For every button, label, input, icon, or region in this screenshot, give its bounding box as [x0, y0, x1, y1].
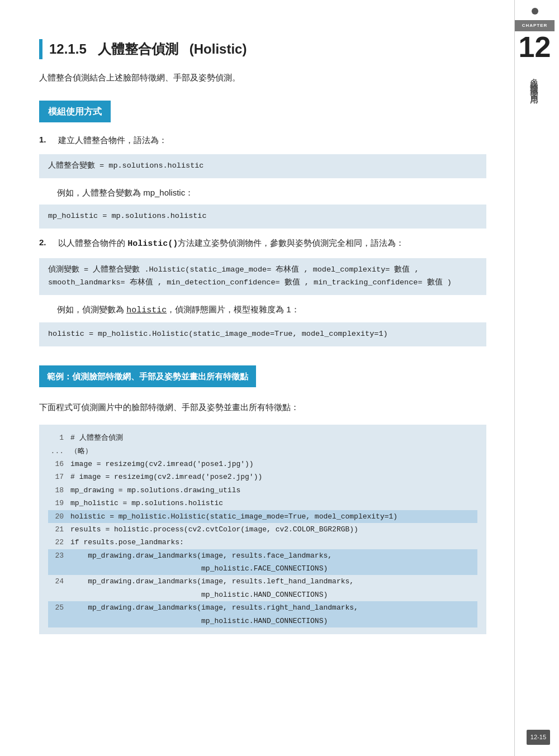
module-usage-heading: 模組使用方式 — [39, 101, 111, 122]
section-title: 12.1.5 人體整合偵測 (Holistic) — [49, 38, 247, 61]
module-usage-heading-container: 模組使用方式 — [39, 95, 486, 132]
page-number: 12-15 — [527, 730, 550, 745]
step-list: 1. 建立人體整合物件，語法為： — [39, 132, 486, 148]
section-title-zh: 人體整合偵測 — [98, 41, 178, 56]
code-line-16: 16 image = resizeimg(cv2.imread('pose1.j… — [48, 458, 477, 470]
step-1-content: 建立人體整合物件，語法為： — [58, 132, 167, 148]
example-section-container: 範例：偵測臉部特徵網、手部及姿勢並畫出所有特徵點 — [39, 360, 486, 398]
code-line-20: 20 holistic = mp_holistic.Holistic(stati… — [48, 510, 477, 523]
chapter-number: 12 — [519, 32, 551, 61]
section-intro: 人體整合偵測結合上述臉部特徵網、手部及姿勢偵測。 — [39, 70, 486, 85]
code-line-24b: mp_holistic.HAND_CONNECTIONS) — [48, 588, 477, 601]
right-sidebar: CHAPTER 12 多媒體機器學習應用 12-15 — [514, 0, 555, 756]
code-block-2: mp_holistic = mp.solutions.holistic — [39, 205, 486, 229]
section-title-en: (Holistic) — [190, 41, 247, 56]
code-line-23b: mp_holistic.FACE_CONNECTIONS) — [48, 562, 477, 575]
blue-bar-icon — [39, 39, 42, 59]
holistic-inline: Holistic() — [127, 239, 178, 249]
holistic-var: holistic — [126, 306, 167, 315]
code-block-4: holistic = mp_holistic.Holistic(static_i… — [39, 322, 486, 346]
example-1-text: 例如，人體整合變數為 mp_holistic： — [57, 185, 486, 200]
step-1-num: 1. — [39, 132, 55, 148]
section-heading: 12.1.5 人體整合偵測 (Holistic) — [39, 38, 486, 61]
chapter-label: CHAPTER — [515, 20, 555, 31]
code-block-numbered: 1 # 人體整合偵測 ... （略） 16 image = resizeimg(… — [39, 425, 486, 634]
example-section-intro: 下面程式可偵測圖片中的臉部特徵網、手部及姿勢並畫出所有特徵點： — [39, 400, 486, 415]
code-line-1: 1 # 人體整合偵測 — [48, 431, 477, 444]
step-2-content: 以人體整合物件的 Holistic()方法建立姿勢偵測物件，參數與姿勢偵測完全相… — [58, 235, 404, 251]
code-line-21: 21 results = holistic.process(cv2.cvtCol… — [48, 523, 477, 536]
example-2-text: 例如，偵測變數為 holistic，偵測靜態圖片，模型複雜度為 1： — [57, 302, 486, 318]
code-line-24a: 24 mp_drawing.draw_landmarks(image, resu… — [48, 575, 477, 588]
code-line-19: 19 mp_holistic = mp.solutions.holistic — [48, 497, 477, 510]
code-line-17: 17 # image = resizeimg(cv2.imread('pose2… — [48, 470, 477, 483]
step-2-num: 2. — [39, 235, 55, 251]
step-2-list: 2. 以人體整合物件的 Holistic()方法建立姿勢偵測物件，參數與姿勢偵測… — [39, 235, 486, 251]
step-2: 2. 以人體整合物件的 Holistic()方法建立姿勢偵測物件，參數與姿勢偵測… — [39, 235, 486, 251]
code-line-dots: ... （略） — [48, 445, 477, 458]
step-1: 1. 建立人體整合物件，語法為： — [39, 132, 486, 148]
code-block-3: 偵測變數 = 人體整合變數 .Holistic(static_image_mod… — [39, 258, 486, 295]
code-line-25a: 25 mp_drawing.draw_landmarks(image, resu… — [48, 601, 477, 614]
section-number: 12.1.5 — [49, 41, 87, 56]
code-line-22: 22 if results.pose_landmarks: — [48, 536, 477, 549]
main-content: 12.1.5 人體整合偵測 (Holistic) 人體整合偵測結合上述臉部特徵網… — [0, 0, 514, 756]
sidebar-dot-icon — [532, 8, 538, 15]
code-block-1: 人體整合變數 = mp.solutions.holistic — [39, 154, 486, 178]
example-section-heading: 範例：偵測臉部特徵網、手部及姿勢並畫出所有特徵點 — [39, 365, 256, 388]
code-line-18: 18 mp_drawing = mp.solutions.drawing_uti… — [48, 484, 477, 497]
sidebar-vertical-text: 多媒體機器學習應用 — [529, 72, 541, 92]
code-line-23a: 23 mp_drawing.draw_landmarks(image, resu… — [48, 549, 477, 562]
code-line-25b: mp_holistic.HAND_CONNECTIONS) — [48, 615, 477, 627]
